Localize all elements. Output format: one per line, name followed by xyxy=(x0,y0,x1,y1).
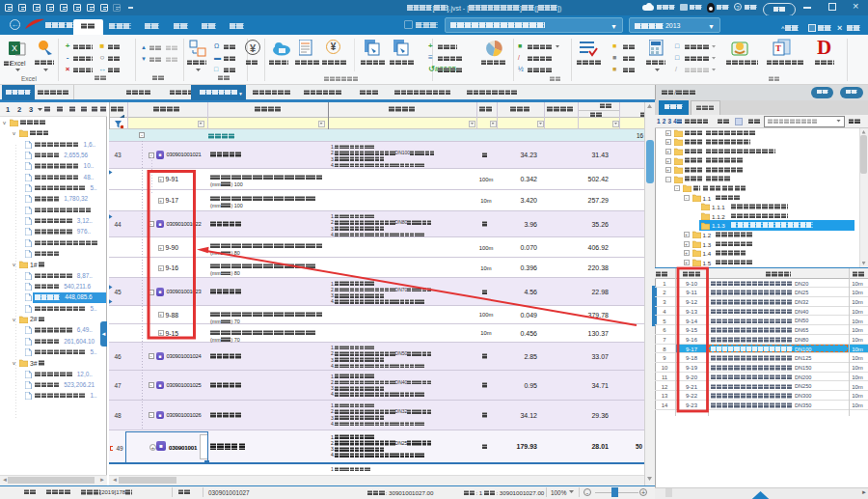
svg-text:X: X xyxy=(12,43,17,53)
svg-text:T: T xyxy=(775,43,781,53)
